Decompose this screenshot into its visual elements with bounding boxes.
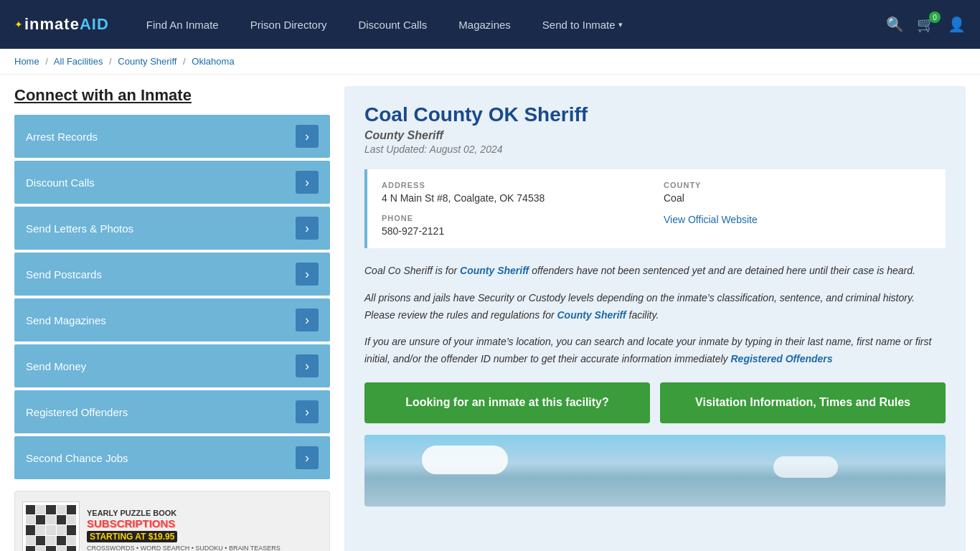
sidebar-arrow-icon: › (296, 125, 319, 148)
sidebar-menu: Arrest Records › Discount Calls › Send L… (14, 115, 330, 479)
registered-offenders-link[interactable]: Registered Offenders (730, 353, 832, 364)
nav-links: Find An Inmate Prison Directory Discount… (131, 0, 886, 49)
breadcrumb-state[interactable]: Oklahoma (192, 56, 234, 67)
sidebar-item-label: Registered Offenders (26, 406, 128, 418)
sidebar-item-label: Send Magazines (26, 314, 106, 326)
official-website-link[interactable]: View Official Website (664, 214, 758, 225)
address-label: ADDRESS (382, 181, 649, 189)
logo-bird-icon: ✦ (14, 19, 23, 30)
breadcrumb-sep-1: / (45, 56, 48, 67)
navbar: ✦ inmateAID Find An Inmate Prison Direct… (0, 0, 980, 49)
sidebar-arrow-icon: › (296, 171, 319, 194)
advertisement-banner[interactable]: YEARLY PUZZLE BOOK SUBSCRIPTIONS STARTIN… (14, 491, 330, 551)
nav-magazines[interactable]: Magazines (443, 0, 527, 49)
sidebar-item-registered-offenders[interactable]: Registered Offenders › (14, 390, 330, 433)
sidebar-arrow-icon: › (296, 263, 319, 286)
breadcrumb-home[interactable]: Home (14, 56, 39, 67)
sidebar: Connect with an Inmate Arrest Records › … (14, 86, 330, 551)
sidebar-item-second-chance-jobs[interactable]: Second Chance Jobs › (14, 436, 330, 479)
nav-icons: 🔍 🛒 0 👤 (886, 16, 966, 33)
sidebar-title: Connect with an Inmate (14, 86, 330, 105)
description-paragraph-3: If you are unsure of your inmate’s locat… (364, 334, 946, 368)
ad-title-line1: YEARLY PUZZLE BOOK (87, 509, 322, 517)
nav-send-to-inmate[interactable]: Send to Inmate ▾ (527, 0, 639, 49)
ad-content: YEARLY PUZZLE BOOK SUBSCRIPTIONS STARTIN… (15, 494, 329, 551)
sidebar-item-send-money[interactable]: Send Money › (14, 344, 330, 387)
logo[interactable]: ✦ inmateAID (14, 15, 109, 34)
visitation-info-button[interactable]: Visitation Information, Times and Rules (660, 382, 946, 423)
dropdown-caret-icon: ▾ (618, 20, 623, 29)
description-paragraph-2: All prisons and jails have Security or C… (364, 290, 946, 324)
ad-title-subs: SUBSCRIPTIONS (87, 517, 322, 529)
puzzle-grid (26, 505, 76, 551)
phone-value: 580-927-2121 (382, 225, 649, 237)
sidebar-item-arrest-records[interactable]: Arrest Records › (14, 115, 330, 158)
facility-updated: Last Updated: August 02, 2024 (364, 143, 946, 155)
address-value: 4 N Main St #8, Coalgate, OK 74538 (382, 192, 649, 204)
find-inmate-button[interactable]: Looking for an inmate at this facility? (364, 382, 650, 423)
county-sheriff-link-1[interactable]: County Sheriff (460, 265, 529, 276)
description-paragraph-1: Coal Co Sheriff is for County Sheriff of… (364, 263, 946, 280)
breadcrumb-all-facilities[interactable]: All Facilities (54, 56, 103, 67)
main-layout: Connect with an Inmate Arrest Records › … (0, 75, 980, 551)
ad-description: CROSSWORDS • WORD SEARCH • SUDOKU • BRAI… (87, 545, 322, 551)
ad-text: YEARLY PUZZLE BOOK SUBSCRIPTIONS STARTIN… (87, 509, 322, 551)
user-button[interactable]: 👤 (948, 16, 966, 33)
facility-image (364, 435, 946, 507)
ad-puzzle-image (22, 501, 80, 551)
sidebar-item-label: Send Postcards (26, 268, 102, 281)
breadcrumb-sep-2: / (109, 56, 112, 67)
address-section: ADDRESS 4 N Main St #8, Coalgate, OK 745… (382, 181, 649, 204)
nav-discount-calls[interactable]: Discount Calls (342, 0, 443, 49)
facility-title: Coal County OK Sheriff (364, 103, 946, 126)
ad-price: STARTING AT $19.95 (87, 531, 177, 542)
sidebar-arrow-icon: › (296, 217, 319, 240)
sidebar-arrow-icon: › (296, 309, 319, 331)
breadcrumb: Home / All Facilities / County Sheriff /… (0, 49, 980, 75)
nav-prison-directory[interactable]: Prison Directory (235, 0, 343, 49)
cloud-decoration-2 (773, 456, 838, 478)
search-button[interactable]: 🔍 (886, 16, 904, 33)
sidebar-item-label: Second Chance Jobs (26, 452, 128, 464)
search-icon: 🔍 (886, 16, 904, 33)
sidebar-item-label: Send Money (26, 360, 86, 372)
facility-description: Coal Co Sheriff is for County Sheriff of… (364, 263, 946, 368)
facility-type: County Sheriff (364, 129, 946, 142)
cart-button[interactable]: 🛒 0 (917, 16, 935, 33)
sidebar-arrow-icon: › (296, 354, 319, 377)
sidebar-item-send-postcards[interactable]: Send Postcards › (14, 253, 330, 296)
county-label: COUNTY (664, 181, 931, 189)
cart-badge: 0 (929, 11, 941, 23)
facility-info-box: ADDRESS 4 N Main St #8, Coalgate, OK 745… (364, 169, 946, 248)
phone-section: PHONE 580-927-2121 (382, 214, 649, 237)
facility-detail: Coal County OK Sheriff County Sheriff La… (344, 86, 966, 551)
county-value: Coal (664, 192, 931, 204)
sidebar-item-send-magazines[interactable]: Send Magazines › (14, 298, 330, 342)
sidebar-item-label: Send Letters & Photos (26, 222, 133, 235)
county-section: COUNTY Coal (664, 181, 931, 204)
logo-text: inmateAID (24, 15, 109, 34)
nav-find-inmate[interactable]: Find An Inmate (131, 0, 235, 49)
sidebar-item-label: Arrest Records (26, 131, 98, 143)
website-section: View Official Website (664, 214, 931, 237)
county-sheriff-link-2[interactable]: County Sheriff (557, 309, 626, 321)
sidebar-arrow-icon: › (296, 446, 319, 469)
cloud-decoration-1 (422, 446, 508, 474)
sidebar-item-discount-calls[interactable]: Discount Calls › (14, 161, 330, 204)
sidebar-item-send-letters[interactable]: Send Letters & Photos › (14, 207, 330, 250)
breadcrumb-sep-3: / (183, 56, 186, 67)
phone-label: PHONE (382, 214, 649, 222)
sidebar-item-label: Discount Calls (26, 176, 95, 189)
sidebar-arrow-icon: › (296, 400, 319, 423)
action-buttons: Looking for an inmate at this facility? … (364, 382, 946, 423)
user-icon: 👤 (948, 16, 966, 33)
breadcrumb-county-sheriff[interactable]: County Sheriff (118, 56, 176, 67)
